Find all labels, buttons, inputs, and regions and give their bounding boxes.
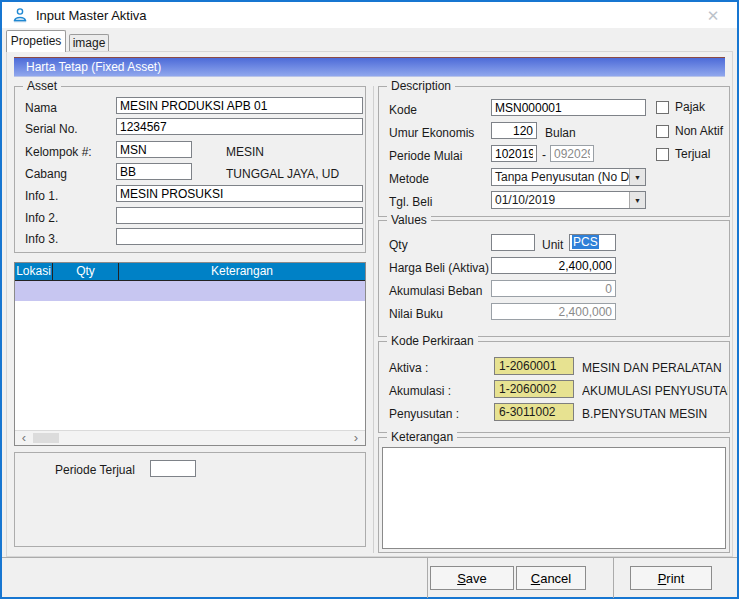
checkbox-pajak[interactable]: Pajak [656, 100, 705, 114]
scroll-left-icon[interactable]: ‹ [17, 431, 31, 445]
tab-properties[interactable]: Propeties [6, 30, 66, 52]
keterangan-legend: Keterangan [387, 430, 457, 444]
aktiva-label: Aktiva : [389, 361, 428, 375]
unit-selected-text: PCS [572, 235, 599, 249]
asset-group-legend: Asset [23, 79, 61, 93]
app-icon [12, 7, 28, 23]
akumulasi-beban-input [491, 280, 616, 297]
penyusutan-label: Penyusutan : [389, 407, 459, 421]
nama-label: Nama [25, 101, 57, 115]
kode-label: Kode [389, 103, 417, 117]
cancel-button[interactable]: Cancel [516, 566, 586, 590]
periode-mulai-to-input [550, 145, 594, 162]
kelompok-label: Kelompok #: [25, 145, 92, 159]
cabang-label: Cabang [25, 167, 67, 181]
column-header-lokasi[interactable]: Lokasi [15, 263, 53, 280]
info1-input[interactable] [116, 185, 363, 202]
input-master-aktiva-dialog: Input Master Aktiva ✕ Propeties image Ha… [0, 0, 739, 599]
pajak-label: Pajak [675, 100, 705, 114]
nama-input[interactable] [116, 97, 363, 114]
akumulasi-label: Akumulasi : [389, 384, 451, 398]
penyusutan-code-input[interactable]: 6-3011002 [494, 403, 574, 421]
print-button[interactable]: Print [630, 566, 712, 590]
scroll-right-icon[interactable]: › [349, 431, 363, 445]
title-bar: Input Master Aktiva ✕ [2, 2, 737, 28]
tgl-beli-value: 01/10/2019 [492, 192, 629, 208]
tab-image[interactable]: image [69, 34, 109, 52]
aktiva-code-input[interactable]: 1-2060001 [494, 357, 574, 375]
nilai-buku-label: Nilai Buku [389, 307, 443, 321]
info2-input[interactable] [116, 207, 363, 224]
checkbox-terjual[interactable]: Terjual [656, 147, 710, 161]
periode-mulai-label: Periode Mulai [389, 149, 462, 163]
kode-perkiraan-group: Kode Perkiraan Aktiva : 1-2060001 MESIN … [378, 341, 730, 433]
info1-label: Info 1. [25, 189, 58, 203]
unit-label: Unit [542, 238, 563, 252]
tgl-beli-dropdown[interactable]: 01/10/2019 ▼ [491, 191, 646, 209]
serial-input[interactable] [116, 118, 363, 135]
save-button[interactable]: Save [430, 566, 514, 590]
unit-input[interactable]: PCS [569, 234, 616, 251]
cabang-desc: TUNGGAL JAYA, UD [226, 167, 339, 181]
checkbox-box[interactable] [656, 125, 669, 138]
checkbox-non-aktif[interactable]: Non Aktif [656, 124, 723, 138]
scrollbar-thumb[interactable] [33, 433, 59, 443]
checkbox-box[interactable] [656, 148, 669, 161]
periode-terjual-group: Periode Terjual [14, 452, 366, 547]
window-title: Input Master Aktiva [36, 8, 147, 23]
qty-label: Qty [389, 238, 408, 252]
table-row[interactable] [15, 281, 365, 301]
chevron-down-icon[interactable]: ▼ [629, 192, 645, 208]
lokasi-table: Lokasi Qty Keterangan ‹ › [14, 262, 366, 446]
lokasi-table-header: Lokasi Qty Keterangan [15, 263, 365, 281]
info2-label: Info 2. [25, 211, 58, 225]
aktiva-code-desc: MESIN DAN PERALATAN [582, 361, 724, 375]
metode-value: Tanpa Penyusutan (No Dep [492, 169, 629, 185]
horizontal-scrollbar[interactable]: ‹ › [15, 430, 365, 445]
akumulasi-code-desc: AKUMULASI PENYUSUTAN MESIN [582, 384, 728, 398]
info3-label: Info 3. [25, 232, 58, 246]
kode-perkiraan-legend: Kode Perkiraan [387, 334, 478, 348]
harga-beli-input[interactable] [491, 257, 616, 274]
umur-ekonomis-suffix: Bulan [545, 126, 576, 140]
periode-terjual-input[interactable] [150, 460, 196, 477]
description-group-legend: Description [387, 79, 455, 93]
footer-divider [427, 558, 428, 598]
metode-dropdown[interactable]: Tanpa Penyusutan (No Dep ▼ [491, 168, 646, 186]
umur-ekonomis-label: Umur Ekonomis [389, 126, 474, 140]
qty-input[interactable] [491, 234, 535, 251]
periode-mulai-from-input[interactable] [491, 145, 537, 162]
terjual-label: Terjual [675, 147, 710, 161]
keterangan-group: Keterangan [378, 437, 730, 553]
tab-strip: Propeties image [2, 28, 737, 52]
keterangan-textarea[interactable] [382, 447, 726, 549]
metode-label: Metode [389, 172, 429, 186]
cabang-input[interactable] [116, 163, 192, 180]
kelompok-input[interactable] [116, 141, 192, 158]
column-header-keterangan[interactable]: Keterangan [119, 263, 365, 280]
checkbox-box[interactable] [656, 101, 669, 114]
asset-group: Asset Nama Serial No. Kelompok #: MESIN … [14, 86, 366, 253]
description-group: Description Kode Umur Ekonomis Bulan Per… [378, 86, 730, 217]
akumulasi-beban-label: Akumulasi Beban [389, 284, 482, 298]
fixed-asset-section-header: Harta Tetap (Fixed Asset) [14, 57, 725, 77]
periode-terjual-label: Periode Terjual [55, 463, 135, 477]
footer-bar: Save Cancel Print [2, 557, 737, 597]
tgl-beli-label: Tgl. Beli [389, 195, 432, 209]
penyusutan-code-desc: B.PENYSUTAN MESIN [582, 407, 724, 421]
values-group-legend: Values [387, 213, 431, 227]
nilai-buku-input [491, 303, 616, 320]
harga-beli-label: Harga Beli (Aktiva) [389, 261, 489, 275]
info3-input[interactable] [116, 228, 363, 245]
values-group: Values Qty Unit PCS Harga Beli (Aktiva) … [378, 220, 730, 337]
kelompok-desc: MESIN [226, 145, 264, 159]
footer-divider [613, 558, 614, 598]
kode-input[interactable] [491, 99, 646, 116]
column-header-qty[interactable]: Qty [53, 263, 119, 280]
akumulasi-code-input[interactable]: 1-2060002 [494, 380, 574, 398]
serial-label: Serial No. [25, 122, 78, 136]
chevron-down-icon[interactable]: ▼ [629, 169, 645, 185]
umur-ekonomis-input[interactable] [491, 122, 537, 139]
close-icon[interactable]: ✕ [703, 6, 723, 26]
non-aktif-label: Non Aktif [675, 124, 723, 138]
